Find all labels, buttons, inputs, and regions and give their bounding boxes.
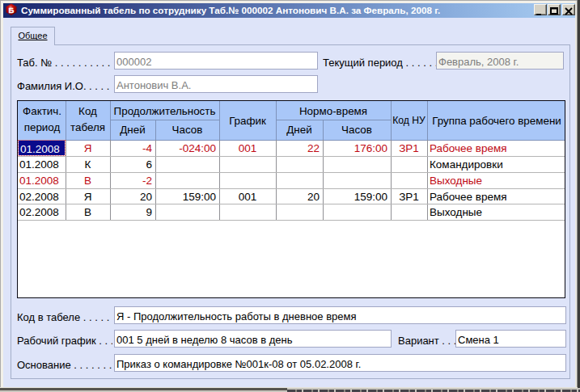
svg-text:Б: Б (9, 6, 15, 15)
